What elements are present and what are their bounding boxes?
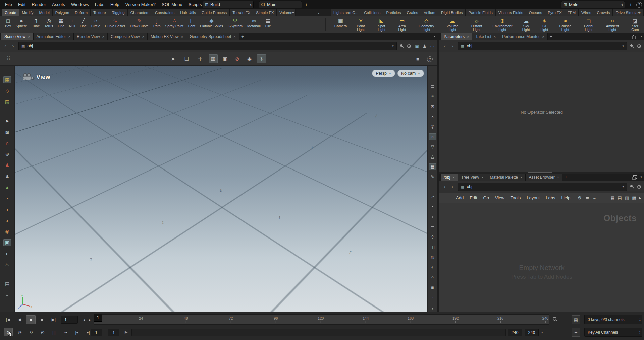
- scene-selector[interactable]: Main: [259, 1, 302, 8]
- ring-tool-4-icon[interactable]: ◉: [3, 228, 11, 235]
- layout-nodes-icon[interactable]: ≡: [593, 195, 596, 200]
- pane-menu-icon[interactable]: ▾: [640, 35, 642, 38]
- display-options-more-icon[interactable]: ◦: [429, 294, 436, 301]
- ground-plane-icon[interactable]: —: [429, 184, 436, 190]
- pane-tab[interactable]: Parameters ×: [441, 33, 472, 40]
- pane-tab[interactable]: Composite View ×: [108, 33, 148, 40]
- network-menu[interactable]: Labs: [543, 195, 558, 200]
- select-geometry-icon[interactable]: ▦: [3, 76, 11, 83]
- move-tool-icon[interactable]: ✛: [196, 54, 205, 63]
- shelf-tool[interactable]: ◇ Geometry Light: [413, 17, 439, 32]
- shelf-tab[interactable]: Terrain FX: [230, 9, 253, 16]
- scrollbar-handle[interactable]: [528, 172, 552, 173]
- headlight-icon[interactable]: ☼: [429, 133, 436, 140]
- gamma-display-icon[interactable]: ◐: [429, 264, 436, 271]
- chevron-down-icon[interactable]: ▾: [622, 44, 624, 48]
- pane-tab[interactable]: Render View ×: [74, 33, 108, 40]
- box-select-icon[interactable]: ☐: [182, 54, 191, 63]
- shelf-tool[interactable]: ▭ Area Light: [393, 17, 412, 32]
- ring-tool-1-icon[interactable]: ◔: [3, 195, 11, 202]
- playhead[interactable]: 1: [94, 314, 102, 322]
- view-mask-icon[interactable]: ◎: [429, 123, 436, 130]
- network-menu[interactable]: Layout: [524, 195, 543, 200]
- shelf-tab[interactable]: Rigid Bodies: [438, 9, 466, 16]
- add-pane-tab-button[interactable]: +: [548, 33, 554, 40]
- menubar-menu[interactable]: Scripts: [185, 0, 205, 9]
- geometry-scope-icon[interactable]: ▣: [415, 44, 419, 48]
- shelf-tool[interactable]: F Font: [186, 17, 198, 28]
- menubar-menu[interactable]: Labs: [92, 0, 107, 9]
- network-menu[interactable]: Add: [453, 195, 467, 200]
- pane-tab[interactable]: Scene View ×: [1, 33, 34, 40]
- point-number-icon[interactable]: ▫: [429, 214, 436, 220]
- split-view-icon[interactable]: ◫: [429, 244, 436, 251]
- playback-range-slider[interactable]: [131, 329, 506, 336]
- close-icon[interactable]: ×: [467, 35, 469, 39]
- pane-tab[interactable]: Take List ×: [472, 33, 499, 40]
- play-button[interactable]: ▶: [38, 315, 47, 324]
- pane-maximize-icon[interactable]: [633, 35, 637, 38]
- shelf-tool[interactable]: ◎ Torus: [42, 17, 56, 28]
- shelf-filter-icon[interactable]: ▾: [318, 12, 320, 15]
- shelf-tool[interactable]: ◣ Spot Light: [372, 17, 391, 32]
- snap-magnet-icon[interactable]: ∩: [3, 140, 11, 147]
- point-display-icon[interactable]: •: [429, 204, 436, 210]
- menubar-menu[interactable]: File: [2, 0, 15, 9]
- help-icon[interactable]: ?: [427, 56, 433, 62]
- chevron-down-icon[interactable]: ▾: [392, 44, 394, 48]
- shelf-tab[interactable]: Viscous Fluids: [496, 9, 526, 16]
- shelf-tool[interactable]: ✶ GI Light: [536, 17, 552, 32]
- shelf-tool[interactable]: ∫ Path: [151, 17, 163, 28]
- snapshot-disabled-icon[interactable]: ⊘: [233, 54, 242, 63]
- menubar-menu[interactable]: Edit: [15, 0, 29, 9]
- shelf-tool[interactable]: ▣ Camera: [332, 17, 349, 32]
- shelf-tab[interactable]: Guide Process: [199, 9, 230, 16]
- toolbar-overflow-icon[interactable]: ▼: [431, 307, 434, 310]
- shelf-tab[interactable]: Rigging: [109, 9, 128, 16]
- normals-display-icon[interactable]: △: [429, 153, 436, 160]
- menubar-menu[interactable]: Version Maker?: [122, 0, 159, 9]
- next-frame-button[interactable]: ▸: [87, 316, 93, 323]
- spinner-icon[interactable]: ▴▾: [639, 318, 640, 322]
- close-icon[interactable]: ×: [542, 35, 544, 39]
- shelf-tool[interactable]: ▯ Tube: [30, 17, 42, 28]
- annotate-icon[interactable]: ✎: [429, 174, 436, 180]
- shelf-tab[interactable]: Pyro FX: [545, 9, 565, 16]
- ring-tool-3-icon[interactable]: ◕: [3, 217, 11, 224]
- menubar-menu[interactable]: Render: [29, 0, 49, 9]
- close-icon[interactable]: ×: [68, 35, 70, 39]
- shelf-tool[interactable]: ● Sphere: [13, 17, 30, 28]
- align-nodes-icon[interactable]: ≣: [586, 195, 589, 200]
- list-view-icon[interactable]: ▩: [632, 195, 636, 200]
- shelf-tool[interactable]: Ψ L-System: [225, 17, 245, 28]
- shelf-tab[interactable]: Wires: [579, 9, 594, 16]
- shelf-tab[interactable]: Constraints: [152, 9, 177, 16]
- close-icon[interactable]: ×: [520, 175, 522, 179]
- shelf-tab[interactable]: Texture: [91, 9, 109, 16]
- snapshot-frame-icon[interactable]: ▭: [430, 44, 434, 48]
- clear-view-icon[interactable]: ×: [429, 113, 436, 120]
- shelf-tool[interactable]: ▤ File: [263, 17, 273, 28]
- shelf-tool[interactable]: ∞ Metaball: [245, 17, 263, 28]
- close-icon[interactable]: ×: [142, 35, 144, 39]
- secure-selection-icon[interactable]: ⊠: [3, 129, 11, 136]
- menubar-menu[interactable]: SOL Menu: [159, 0, 185, 9]
- follow-selection-icon[interactable]: [407, 44, 411, 48]
- close-icon[interactable]: ×: [481, 175, 483, 179]
- snapshot-display-icon[interactable]: ▣: [429, 284, 436, 291]
- stop-button[interactable]: ■: [26, 315, 36, 324]
- menubar-menu[interactable]: Help: [107, 0, 122, 9]
- shelf-tab[interactable]: Oceans: [526, 9, 545, 16]
- shelf-tool[interactable]: ☼ Distant Light: [466, 17, 488, 32]
- shelf-tab[interactable]: Model: [36, 9, 52, 16]
- shelf-tool[interactable]: □ Box: [3, 17, 13, 28]
- network-menu[interactable]: Help: [558, 195, 573, 200]
- play-reverse-button[interactable]: ◀: [15, 315, 24, 324]
- network-path-field[interactable]: ▦ obj ▾: [458, 183, 627, 191]
- forward-icon[interactable]: ›: [11, 43, 15, 49]
- shelf-tab[interactable]: Crowds: [594, 9, 613, 16]
- close-icon[interactable]: ×: [557, 175, 559, 179]
- shelf-tool[interactable]: ○ Ambient Light: [600, 17, 624, 32]
- film-strip-icon[interactable]: ◉: [245, 54, 254, 63]
- network-options-icon[interactable]: ⚙: [578, 195, 582, 200]
